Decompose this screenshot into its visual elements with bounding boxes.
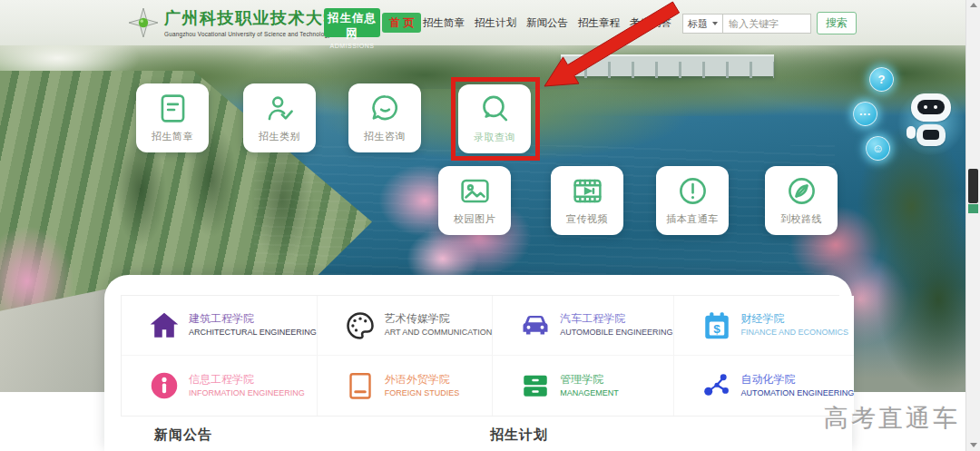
college-art-and-communication[interactable]: 艺术传媒学院 ART AND COMMUNICATION <box>318 296 494 356</box>
document-icon <box>156 92 190 125</box>
quicklink-label: 招生咨询 <box>364 130 406 143</box>
scrollbar[interactable] <box>965 0 980 451</box>
nav-item-xinwen-gonggao[interactable]: 新闻公告 <box>526 16 568 30</box>
drawers-icon <box>519 369 552 402</box>
nav-home-button[interactable]: 首 页 <box>382 13 421 33</box>
search-magnifier-icon <box>478 93 512 126</box>
quicklink-label: 招生类别 <box>259 130 300 143</box>
quicklink-daoxiao-luxian[interactable]: 到校路线 <box>765 166 838 235</box>
college-name: 汽车工程学院 <box>560 312 672 327</box>
college-name: 建筑工程学院 <box>189 312 317 327</box>
quicklink-label: 插本直通车 <box>666 212 719 226</box>
university-name-en: Guangzhou Vocational University of Scien… <box>164 31 341 37</box>
info-circle-icon <box>148 369 181 402</box>
badge-title: 招生信息网 <box>324 11 380 42</box>
quicklink-zhaosheng-leibie[interactable]: 招生类别 <box>243 83 316 152</box>
search-category-value: 标题 <box>688 17 708 31</box>
section-title-plan: 招生计划 <box>490 426 548 444</box>
college-name: 艺术传媒学院 <box>385 312 493 327</box>
nav-item-zhaosheng-jihua[interactable]: 招生计划 <box>475 16 516 30</box>
nav-item-zhaosheng-jianzhang[interactable]: 招生简章 <box>423 16 465 30</box>
college-name-en: ART AND COMMUNICATION <box>385 327 493 338</box>
college-grid: 建筑工程学院 ARCHITECTURAL ENGINEERING 艺术传媒学院 … <box>121 295 839 417</box>
quicklink-label: 校园图片 <box>454 212 495 226</box>
smiley-icon: ☺ <box>872 142 884 155</box>
search-button[interactable]: 搜索 <box>817 12 857 34</box>
robot-head <box>911 93 951 122</box>
header: 广州科技职业技术大学 Guangzhou Vocational Universi… <box>0 0 965 45</box>
admissions-homepage: 广州科技职业技术大学 Guangzhou Vocational Universi… <box>0 0 980 451</box>
quicklink-xuanchuan-shipin[interactable]: 宣传视频 <box>551 166 623 235</box>
chat-widget-button[interactable]: ··· <box>853 102 877 126</box>
network-nodes-icon <box>701 369 733 402</box>
robot-body <box>916 124 946 146</box>
book-outline-icon <box>344 369 377 402</box>
college-automobile-engineering[interactable]: 汽车工程学院 AUTOMOBILE ENGINEERING <box>493 296 673 356</box>
quicklink-label: 录取查询 <box>474 131 515 144</box>
svg-text:$: $ <box>713 321 720 335</box>
robot-visor <box>917 100 945 114</box>
university-name-block: 广州科技职业技术大学 Guangzhou Vocational Universi… <box>164 7 341 37</box>
car-icon <box>519 309 552 342</box>
quicklink-luqu-chaxun[interactable]: 录取查询 <box>458 84 531 153</box>
robot-belly-screen <box>923 130 939 140</box>
university-logo-icon <box>127 6 160 39</box>
admissions-site-badge: 招生信息网 ADMISSIONS <box>324 8 380 37</box>
palette-icon <box>344 309 377 342</box>
robot-arm <box>906 126 916 139</box>
watermark-gaokao-zhitongche: 高考直通车 <box>824 402 960 435</box>
quicklink-zhaosheng-jianzhang[interactable]: 招生简章 <box>136 83 209 152</box>
search-category-select[interactable]: 标题 <box>682 14 723 34</box>
alert-circle-icon <box>676 174 710 208</box>
main-nav: 招生简章 招生计划 新闻公告 招生章程 考生问答 <box>423 0 671 45</box>
college-name: 管理学院 <box>560 373 619 387</box>
finance-calendar-icon: $ <box>701 309 733 342</box>
college-name-en: AUTOMATION ENGINEERING <box>741 387 855 399</box>
college-architectural-engineering[interactable]: 建筑工程学院 ARCHITECTURAL ENGINEERING <box>122 296 318 356</box>
section-title-news: 新闻公告 <box>154 426 212 444</box>
nav-item-zhaosheng-zhangcheng[interactable]: 招生章程 <box>578 16 620 30</box>
scrollbar-thumb[interactable] <box>968 169 978 203</box>
quicklink-chaben-zhitongche[interactable]: 插本直通车 <box>656 166 729 235</box>
chat-bubble-icon <box>368 92 402 125</box>
college-name-en: INFORMATION ENGINEERING <box>189 387 305 399</box>
quicklink-zhaosheng-zixun[interactable]: 招生咨询 <box>348 83 421 152</box>
college-foreign-studies[interactable]: 外语外贸学院 FOREIGN STUDIES <box>318 356 494 416</box>
bridge <box>561 54 774 76</box>
university-name: 广州科技职业技术大学 <box>164 7 341 29</box>
video-icon <box>571 174 604 208</box>
college-name-en: FOREIGN STUDIES <box>385 387 460 399</box>
badge-subtitle: ADMISSIONS <box>324 43 380 49</box>
question-icon: ? <box>878 73 886 86</box>
college-name: 外语外贸学院 <box>385 373 460 387</box>
photo-icon <box>458 174 492 208</box>
person-check-icon <box>263 92 297 125</box>
college-name-en: AUTOMOBILE ENGINEERING <box>560 327 672 338</box>
college-finance-and-economics[interactable]: $ 财经学院 FINANCE AND ECONOMICS <box>674 296 855 356</box>
college-information-engineering[interactable]: 信息工程学院 INFORMATION ENGINEERING <box>122 356 318 416</box>
college-name: 财经学院 <box>741 312 849 327</box>
quicklink-xiaoyuan-tupian[interactable]: 校园图片 <box>438 166 511 235</box>
scrollbar-down-arrow[interactable] <box>970 443 977 447</box>
college-name-en: MANAGEMENT <box>560 387 619 399</box>
search-input[interactable] <box>722 14 811 34</box>
robot-mascot[interactable] <box>901 88 961 157</box>
college-name: 信息工程学院 <box>189 373 305 387</box>
quicklink-label: 到校路线 <box>780 212 822 226</box>
chevron-down-icon <box>712 22 718 25</box>
feedback-smiley-button[interactable]: ☺ <box>866 136 890 161</box>
college-name-en: ARCHITECTURAL ENGINEERING <box>189 327 317 338</box>
nav-item-kaosheng-wenda[interactable]: 考生问答 <box>630 16 671 30</box>
college-management[interactable]: 管理学院 MANAGEMENT <box>493 356 673 416</box>
quicklink-label: 招生简章 <box>152 130 193 143</box>
compass-leaf-icon <box>785 174 818 208</box>
scrollbar-marker <box>968 204 978 213</box>
chat-dots-icon: ··· <box>859 107 871 121</box>
content-panel: 建筑工程学院 ARCHITECTURAL ENGINEERING 艺术传媒学院 … <box>104 275 852 451</box>
college-name: 自动化学院 <box>741 373 855 387</box>
house-icon <box>148 309 181 342</box>
college-name-en: FINANCE AND ECONOMICS <box>741 327 849 338</box>
quicklink-label: 宣传视频 <box>566 212 608 226</box>
help-question-button[interactable]: ? <box>869 67 894 92</box>
scrollbar-up-arrow[interactable] <box>970 3 977 7</box>
